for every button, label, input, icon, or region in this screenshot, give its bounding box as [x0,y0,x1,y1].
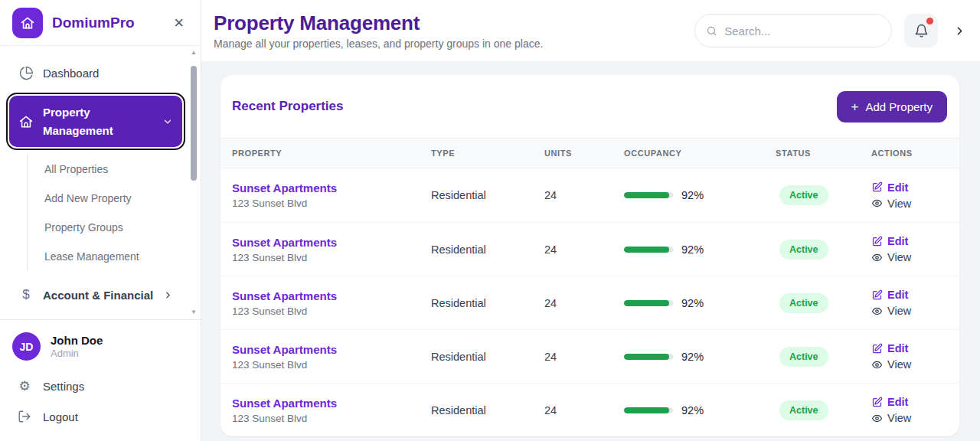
property-address: 123 Sunset Blvd [232,359,431,371]
property-name-link[interactable]: Sunset Apartments [232,181,431,194]
eye-icon [871,413,883,424]
sidebar-item-dashboard[interactable]: Dashboard [9,57,182,90]
search-box [694,14,892,47]
sidebar-item-logout[interactable]: Logout [12,401,188,432]
sidebar-item-label: Property Management [43,103,153,139]
edit-icon [871,181,883,193]
eye-icon [871,305,883,317]
edit-button[interactable]: Edit [871,396,908,408]
recent-properties-card: Recent Properties + Add Property Propert… [220,75,959,436]
property-type: Residential [431,297,544,309]
occupancy-percent: 92% [681,404,704,416]
column-header-actions: Actions [871,149,947,158]
occupancy-progress-fill [624,192,669,198]
bell-icon [914,24,929,38]
view-label: View [887,412,911,424]
sidebar-item-label: Settings [43,380,84,393]
scrollbar-thumb[interactable] [191,66,197,181]
user-name: John Doe [51,334,103,347]
sidebar-item-add-new-property[interactable]: Add New Property [44,184,182,213]
table-row: Sunset Apartments 123 Sunset Blvd Reside… [220,383,959,436]
search-input[interactable] [724,24,880,38]
edit-label: Edit [887,289,908,301]
property-name-link[interactable]: Sunset Apartments [232,397,431,410]
edit-icon [871,397,883,408]
view-button[interactable]: View [871,198,911,210]
sidebar-item-property-groups[interactable]: Property Groups [44,213,182,242]
column-header-units: Units [544,149,624,158]
table-body: Sunset Apartments 123 Sunset Blvd Reside… [220,168,959,436]
page-subtitle: Manage all your properties, leases, and … [214,38,543,50]
search-icon [706,24,717,38]
scroll-up-icon[interactable]: ▲ [191,49,197,57]
occupancy-progress-fill [624,407,669,413]
app-logo [12,8,43,38]
edit-button[interactable]: Edit [871,181,908,194]
table-row: Sunset Apartments 123 Sunset Blvd Reside… [220,329,959,383]
edit-button[interactable]: Edit [871,289,908,301]
occupancy-progress-fill [624,300,669,306]
table-row: Sunset Apartments 123 Sunset Blvd Reside… [220,276,959,329]
sidebar-scrollbar[interactable]: ▲ ▼ [189,49,198,316]
edit-icon [871,289,883,301]
scroll-down-icon[interactable]: ▼ [191,309,197,316]
add-property-button[interactable]: + Add Property [837,91,947,122]
property-address: 123 Sunset Blvd [232,198,431,209]
page-title: Property Management [214,11,543,35]
avatar: JD [12,332,41,361]
property-name-link[interactable]: Sunset Apartments [232,343,431,356]
sidebar-item-lease-management[interactable]: Lease Management [44,242,182,271]
occupancy-percent: 92% [681,189,704,201]
user-profile[interactable]: JD John Doe Admin [12,329,188,371]
status-badge: Active [779,240,828,260]
notifications-button[interactable] [904,14,938,47]
sidebar-item-label: Dashboard [43,64,173,82]
property-name-link[interactable]: Sunset Apartments [232,236,431,249]
view-button[interactable]: View [871,305,911,317]
home-icon [20,15,35,31]
property-name-link[interactable]: Sunset Apartments [232,289,431,302]
property-address: 123 Sunset Blvd [232,413,431,424]
app-window: DomiumPro × Dashboard Property Managemen… [0,0,980,441]
column-header-status: Status [776,149,871,158]
content-area: Recent Properties + Add Property Propert… [201,61,980,441]
view-button[interactable]: View [871,412,911,424]
edit-icon [871,343,883,354]
occupancy-progress-fill [624,247,669,253]
table-row: Sunset Apartments 123 Sunset Blvd Reside… [220,168,959,222]
collapse-chevron-right-icon[interactable] [950,21,969,41]
occupancy-progressbar [624,300,673,306]
status-badge: Active [779,347,828,367]
sidebar-header: DomiumPro × [0,0,201,46]
sidebar-nav: Dashboard Property Management All Proper… [0,46,201,319]
occupancy-percent: 92% [681,243,704,256]
property-address: 123 Sunset Blvd [232,252,431,263]
sidebar-item-settings[interactable]: ⚙ Settings [12,371,188,401]
edit-label: Edit [887,396,908,408]
plus-icon: + [851,100,859,113]
occupancy-percent: 92% [681,297,704,309]
property-type: Residential [431,351,544,363]
sidebar-item-account-financial[interactable]: $ Account & Financial [9,279,182,312]
edit-button[interactable]: Edit [871,235,908,247]
dollar-icon: $ [18,287,34,302]
chevron-down-icon [162,116,173,127]
occupancy-progressbar [624,247,673,253]
sidebar-item-property-management[interactable]: Property Management [9,96,182,147]
occupancy-progressbar [624,354,673,360]
view-button[interactable]: View [871,251,911,263]
sidebar-item-all-properties[interactable]: All Properties [44,155,182,184]
view-button[interactable]: View [871,358,911,371]
gear-icon: ⚙ [17,380,32,393]
property-units: 24 [544,351,624,363]
home-icon [18,114,34,129]
edit-button[interactable]: Edit [871,342,908,354]
column-header-type: Type [431,149,544,158]
close-sidebar-icon[interactable]: × [169,13,188,33]
property-type: Residential [431,404,544,416]
property-address: 123 Sunset Blvd [232,305,431,317]
scrollbar-track[interactable] [191,57,197,309]
edit-label: Edit [887,342,908,354]
sidebar-item-label: Account & Financial [43,286,154,304]
edit-label: Edit [887,181,908,194]
